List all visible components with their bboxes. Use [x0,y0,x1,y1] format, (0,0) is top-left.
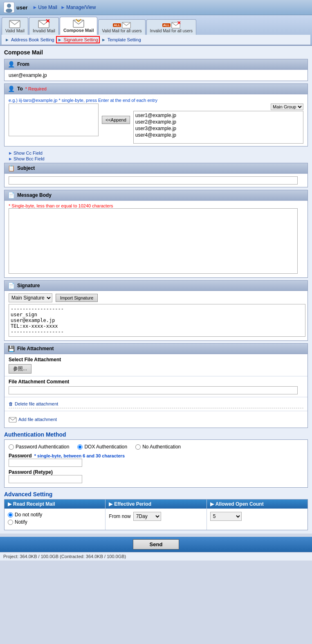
delete-attachment-link[interactable]: 🗑 Delete file attachment [9,400,303,408]
show-cc-link[interactable]: ► Show Cc Field [8,151,304,155]
sub-nav: ► Address Book Setting ► Signature Setti… [2,35,310,45]
group-list[interactable]: user1@example.jp user2@example.jp user3@… [133,111,303,144]
arrow-icon: ► [32,5,37,10]
from-section: 👤 From user@example.jp [4,59,308,81]
do-not-notify-radio[interactable] [8,512,13,518]
allowed-open-count-select[interactable]: 1 2 3 4 5 10 20 50 Unlimited [210,512,242,521]
auth-radio-group: Password Authentication DOX Authenticati… [9,444,303,450]
top-bar: user ► Use Mail ► Manage/View [0,0,312,15]
subject-row [4,173,308,187]
allowed-open-count-icon: ▶ [210,501,214,507]
show-bcc-link[interactable]: ► Show Bcc Field [8,156,304,161]
to-section: 👤 To * Required e.g.) iij-taro@example.j… [4,83,308,146]
nav-area: Valid Mail Invalid Mail Compose Mail [0,15,312,46]
effective-period-row: From now 1Day 3Day 7Day 14Day 30Day 60Da… [109,512,203,521]
address-book-link[interactable]: ► Address Book Setting [5,36,54,43]
group-select-row: Main Group [133,104,303,110]
adv-section-title: Advanced Setting [4,491,308,498]
page-title: Compose Mail [4,49,308,56]
subject-input[interactable] [9,176,298,185]
to-hint: e.g.) iij-taro@example.jp * single-byte,… [4,94,308,146]
auth-section-title: Authentication Method [4,431,308,438]
tab-compose-mail[interactable]: Compose Mail [60,17,98,35]
signature-header: 📄 Signature [4,281,308,291]
top-nav-links: ► Use Mail ► Manage/View [32,5,96,10]
signature-section: 📄 Signature Main Signature Import Signat… [4,280,308,341]
svg-point-1 [7,4,11,8]
nav-tabs: Valid Mail Invalid Mail Compose Mail [2,15,310,35]
dox-auth-option[interactable]: DOX Authentication [77,444,127,450]
signature-select[interactable]: Main Signature [9,293,52,302]
to-header: 👤 To * Required [4,84,308,94]
use-mail-link[interactable]: ► Use Mail [32,5,57,10]
file-comment-input[interactable] [9,386,298,394]
signature-setting-link[interactable]: ► Signature Setting [56,36,100,43]
arrow-icon: ► [5,37,9,42]
allowed-open-count-col: ▶ Allowed Open Count 1 2 3 4 5 10 20 50 … [207,500,308,530]
read-receipt-header: ▶ Read Receipt Mail [4,500,105,509]
effective-period-col: ▶ Effective Period From now 1Day 3Day 7D… [105,500,207,530]
svg-point-2 [6,9,12,13]
read-receipt-icon: ▶ [8,501,11,507]
password-fields: Password * single-byte, between 6 and 30… [9,453,303,483]
browse-button[interactable]: 参照... [9,364,31,374]
compose-mail-icon [73,19,84,28]
password-label: Password * single-byte, between 6 and 30… [9,453,303,459]
message-body-header: 📄 Message Body [4,190,308,200]
notify-option[interactable]: Notify [8,519,102,525]
arrow-icon: ► [8,156,13,161]
file-icon: 💾 [8,345,15,352]
file-attachment-header: 💾 File Attachment [4,344,308,354]
auth-box: Password Authentication DOX Authenticati… [4,439,308,488]
arrow-icon: ► [8,151,13,155]
to-icon: 👤 [8,86,15,92]
tab-valid-mail[interactable]: Valid Mail [2,17,28,35]
password-retype-row: Password (Retype) [9,469,303,483]
subject-section: 📋 Subject [4,163,308,187]
to-textarea[interactable] [9,104,99,136]
message-body-textarea[interactable] [9,208,298,274]
add-attach-row: Add file attachment [4,411,308,428]
cc-bcc-links: ► Show Cc Field ► Show Bcc Field [4,149,308,163]
manage-view-link[interactable]: ► Manage/View [61,5,96,10]
import-signature-button[interactable]: Import Signature [56,294,98,302]
password-auth-option[interactable]: Password Authentication [9,444,69,450]
do-not-notify-option[interactable]: Do not notify [8,512,102,518]
effective-period-select[interactable]: 1Day 3Day 7Day 14Day 30Day 60Day 90Day 1… [133,512,161,521]
effective-period-icon: ▶ [109,501,112,507]
send-button[interactable]: Send [133,539,180,549]
arrow-icon: ► [101,37,106,42]
no-auth-radio[interactable] [135,444,141,450]
arrow-icon: ► [58,37,62,42]
tab-valid-mail-all[interactable]: ALL Valid Mail for all users [98,19,145,35]
append-button[interactable]: <<Append [102,116,130,124]
file-browse-row: 参照... [9,364,303,374]
subject-icon: 📋 [8,165,15,171]
effective-period-header: ▶ Effective Period [105,500,206,509]
effective-period-body: From now 1Day 3Day 7Day 14Day 30Day 60Da… [105,509,206,524]
subject-header: 📋 Subject [4,163,308,173]
signature-textarea[interactable]: ------------------ user_sign user@exampl… [9,304,305,337]
tab-invalid-mail-all[interactable]: ALL Invalid Mail for all users [146,19,196,35]
append-btn-area: <<Append [102,104,130,124]
send-bar: Send [0,537,312,552]
group-area: Main Group user1@example.jp user2@exampl… [133,104,303,144]
template-setting-link[interactable]: ► Template Setting [101,36,141,43]
group-select[interactable]: Main Group [271,104,303,110]
password-auth-radio[interactable] [9,444,14,450]
notify-radio[interactable] [8,520,13,525]
file-select-row: Select File Attachment 参照... [4,354,308,376]
valid-mail-icon [9,19,20,28]
arrow-icon: ► [61,5,65,10]
advanced-grid: ▶ Read Receipt Mail Do not notify Notify [4,500,308,530]
dox-auth-radio[interactable] [77,444,83,450]
all-badge: ALL [113,23,121,27]
read-receipt-body: Do not notify Notify [4,509,105,530]
add-attachment-link[interactable]: Add file attachment [9,414,303,425]
no-auth-option[interactable]: No Authentication [135,444,181,450]
password-retype-input[interactable] [9,475,82,483]
to-layout: <<Append Main Group user1@example.jp use… [9,104,303,144]
allowed-open-count-header: ▶ Allowed Open Count [207,500,308,509]
tab-invalid-mail[interactable]: Invalid Mail [29,17,59,35]
password-input[interactable] [9,459,82,467]
